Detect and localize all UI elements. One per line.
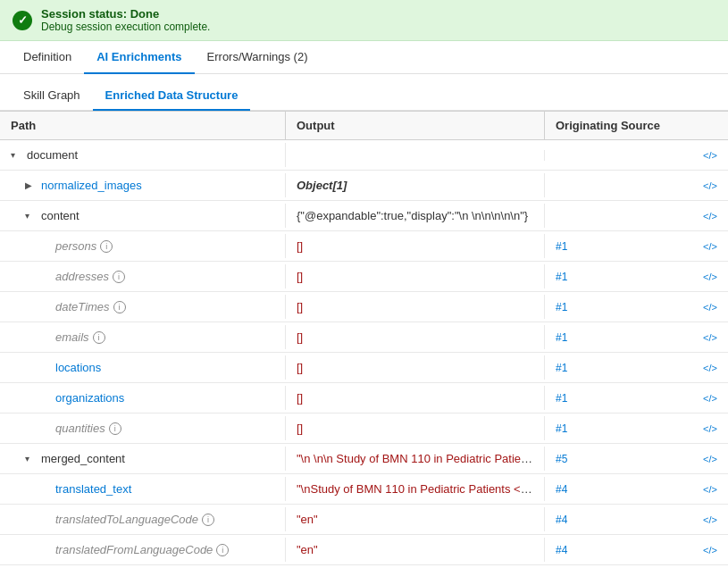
table-row: translatedFromLanguageCodei"en"#4</>: [0, 535, 728, 565]
table-row: dateTimesi[]#1</>: [0, 292, 728, 322]
source-cell: #4</>: [545, 508, 728, 531]
source-cell: </>: [545, 145, 728, 166]
source-cell: #1</>: [545, 326, 728, 349]
code-icon[interactable]: </>: [703, 271, 717, 282]
collapse-icon[interactable]: ▾: [11, 150, 23, 160]
output-value: []: [297, 239, 303, 253]
code-icon[interactable]: </>: [703, 211, 717, 221]
code-icon[interactable]: </>: [703, 454, 717, 464]
table-row: ▾content{"@expandable":true,"display":"\…: [0, 201, 728, 231]
status-text: Session status: Done Debug session execu…: [41, 7, 210, 33]
status-subtitle: Debug session execution complete.: [41, 21, 210, 33]
info-icon[interactable]: i: [202, 514, 214, 526]
output-cell: Object[1]: [286, 173, 545, 197]
col-source: Originating Source: [545, 112, 728, 139]
output-cell: []: [286, 264, 545, 288]
info-icon[interactable]: i: [109, 422, 121, 435]
collapse-icon[interactable]: ▾: [25, 211, 38, 221]
output-cell: {"@expandable":true,"display":"\n \n\n\n…: [286, 204, 545, 228]
output-cell: []: [286, 295, 545, 319]
path-cell: emailsi: [0, 325, 286, 349]
source-badge: #4: [556, 483, 567, 496]
path-cell: ▾content: [0, 204, 286, 228]
source-cell: #1</>: [545, 417, 728, 440]
output-value: []: [297, 422, 303, 435]
output-cell: [286, 150, 545, 161]
node-label[interactable]: organizations: [55, 391, 124, 405]
code-icon[interactable]: </>: [703, 241, 717, 252]
expand-icon[interactable]: ▶: [25, 180, 38, 190]
output-cell: []: [286, 416, 545, 440]
tab-enriched-data-structure[interactable]: Enriched Data Structure: [93, 81, 251, 111]
output-cell: []: [286, 325, 545, 349]
code-icon[interactable]: </>: [703, 363, 717, 373]
info-icon[interactable]: i: [93, 331, 105, 344]
info-icon[interactable]: i: [100, 240, 113, 253]
output-cell: "\n \n\n Study of BMN 110 in Pediatric P…: [286, 447, 545, 471]
node-label: dateTimes: [55, 300, 110, 313]
source-badge: #1: [556, 240, 567, 253]
node-label[interactable]: translated_text: [55, 482, 131, 496]
source-badge: #5: [556, 453, 567, 465]
path-cell: ▶normalized_images: [0, 173, 286, 197]
path-cell: translatedToLanguageCodei: [0, 507, 286, 531]
info-icon[interactable]: i: [113, 301, 126, 313]
info-icon[interactable]: i: [113, 271, 125, 283]
table-row: translated_text"\nStudy of BMN 110 in Pe…: [0, 474, 728, 505]
output-value: "\n \n\n Study of BMN 110 in Pediatric P…: [297, 452, 545, 465]
path-cell: ▾document: [0, 143, 286, 167]
node-label[interactable]: locations: [55, 361, 101, 374]
col-path: Path: [0, 112, 286, 139]
path-cell: personsi: [0, 234, 286, 258]
path-cell: translatedFromLanguageCodei: [0, 538, 286, 562]
source-badge: #4: [556, 544, 567, 556]
code-icon[interactable]: </>: [703, 150, 717, 161]
code-icon[interactable]: </>: [703, 332, 717, 343]
source-cell: #1</>: [545, 387, 728, 410]
tab-ai-enrichments[interactable]: AI Enrichments: [84, 41, 194, 74]
source-cell: #1</>: [545, 356, 728, 380]
source-badge: #1: [556, 331, 567, 344]
table-row: quantitiesi[]#1</>: [0, 413, 728, 444]
code-icon[interactable]: </>: [703, 514, 717, 525]
node-label: content: [41, 209, 79, 222]
source-badge: #1: [556, 392, 567, 405]
node-label[interactable]: normalized_images: [41, 179, 142, 192]
path-cell: locations: [0, 355, 286, 380]
collapse-icon[interactable]: ▾: [25, 454, 38, 464]
source-cell: #1</>: [545, 265, 728, 288]
path-cell: ▾merged_content: [0, 447, 286, 471]
output-value: []: [297, 300, 303, 313]
source-cell: </>: [545, 205, 728, 227]
code-icon[interactable]: </>: [703, 302, 717, 313]
source-badge: #1: [556, 362, 567, 374]
node-label: merged_content: [41, 452, 125, 465]
source-cell: #5</>: [545, 447, 728, 471]
node-label: persons: [55, 239, 96, 253]
tab-errors-warnings[interactable]: Errors/Warnings (2): [195, 41, 321, 74]
tab-definition[interactable]: Definition: [11, 41, 84, 74]
table-row: emailsi[]#1</>: [0, 322, 728, 353]
tab-skill-graph[interactable]: Skill Graph: [11, 81, 93, 111]
code-icon[interactable]: </>: [703, 484, 717, 495]
path-cell: dateTimesi: [0, 295, 286, 319]
code-icon[interactable]: </>: [703, 423, 717, 434]
node-label: emails: [55, 330, 89, 344]
output-cell: []: [286, 234, 545, 258]
table-row: locations[]#1</>: [0, 353, 728, 383]
output-value: []: [297, 330, 303, 344]
source-cell: #4</>: [545, 478, 728, 501]
source-badge: #1: [556, 422, 567, 435]
output-cell: []: [286, 355, 545, 380]
output-value: []: [297, 361, 303, 374]
code-icon[interactable]: </>: [703, 393, 717, 404]
path-cell: organizations: [0, 386, 286, 410]
status-title: Session status: Done: [41, 7, 210, 21]
code-icon[interactable]: </>: [703, 545, 717, 555]
output-value: "en": [297, 543, 318, 556]
source-badge: #4: [556, 514, 567, 526]
info-icon[interactable]: i: [216, 544, 229, 556]
node-label: translatedFromLanguageCode: [55, 543, 213, 556]
top-nav: Definition AI Enrichments Errors/Warning…: [0, 41, 728, 74]
code-icon[interactable]: </>: [703, 180, 717, 191]
